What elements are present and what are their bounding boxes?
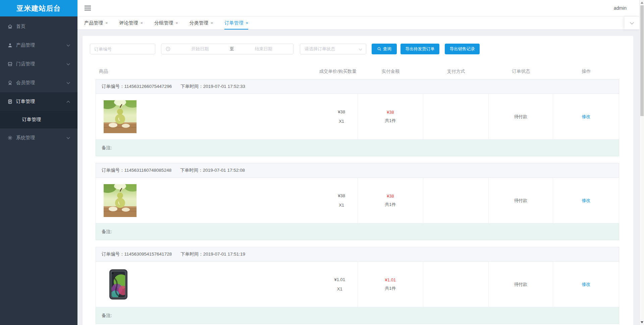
tab-label: 分组管理	[154, 20, 173, 26]
filter-row: 开始日期 至 结束日期 请选择订单状态 查询 导出待发货订单 导出销售记录	[83, 36, 633, 54]
tab-comments[interactable]: 评论管理 ×	[119, 16, 143, 30]
close-icon[interactable]: ×	[175, 20, 178, 25]
paid-amount: ¥38	[387, 194, 394, 199]
unit-price-quantity: ¥1.01 X1	[334, 277, 345, 291]
header-product: 商品	[96, 68, 108, 74]
sidebar-item-stores[interactable]: 门店管理	[0, 55, 77, 73]
order-block: 订单编号：1145631160748085248 下单时间：2019-07-01…	[96, 163, 619, 240]
quantity: X1	[339, 119, 344, 124]
close-icon[interactable]: ×	[141, 20, 143, 25]
sidebar-item-label: 首页	[16, 23, 25, 30]
total-items: 共1件	[385, 285, 396, 291]
order-status-cell: 待付款	[489, 94, 553, 139]
export-pending-orders-button[interactable]: 导出待发货订单	[400, 44, 439, 54]
action-cell: 修改	[553, 262, 619, 307]
close-icon[interactable]: ×	[105, 20, 108, 25]
search-icon	[377, 47, 381, 51]
chevron-down-icon	[359, 47, 362, 51]
order-time: 下单时间：2019-07-01 17:52:33	[180, 84, 245, 90]
payment-method-cell	[423, 94, 489, 139]
order-time: 下单时间：2019-07-01 17:52:08	[180, 167, 245, 173]
tab-overflow-button[interactable]	[625, 16, 639, 30]
home-icon	[7, 24, 13, 29]
user-icon	[7, 43, 13, 48]
sidebar-item-label: 产品管理	[16, 42, 35, 48]
quantity: X1	[337, 286, 342, 291]
header-unit-price: 成交单价/购买数量	[319, 68, 358, 74]
status-badge: 待付款	[514, 114, 527, 120]
clock-icon	[166, 47, 170, 51]
order-remark-row: 备注:	[96, 223, 619, 240]
tab-orders[interactable]: 订单管理 ×	[224, 16, 248, 30]
tab-label: 分类管理	[190, 20, 208, 26]
sidebar-subitem-label: 订单管理	[22, 117, 41, 123]
tab-groups[interactable]: 分组管理 ×	[154, 16, 178, 30]
date-separator: 至	[230, 46, 234, 52]
order-status-select[interactable]: 请选择订单状态	[300, 44, 366, 54]
order-number: 订单编号：1145630954157641728	[102, 251, 172, 257]
paid-amount-cell: ¥38 共1件	[358, 94, 423, 139]
order-status-cell: 待付款	[489, 178, 553, 223]
sidebar-item-orders[interactable]: 订单管理	[0, 92, 77, 111]
unit-price-quantity: ¥38 X1	[338, 193, 345, 208]
order-product-row: ¥1.01 X1 ¥1.01 共1件 待付款 修改	[96, 262, 619, 307]
tab-products[interactable]: 产品管理 ×	[84, 16, 108, 30]
sidebar: 亚米建站后台 首页 产品管理 门店管理 会员管理	[0, 0, 77, 325]
end-date-placeholder[interactable]: 结束日期	[234, 46, 293, 52]
close-icon[interactable]: ×	[211, 20, 213, 25]
sidebar-item-label: 订单管理	[16, 99, 35, 105]
scroll-down-arrow-icon[interactable]	[641, 321, 643, 323]
order-product-row: ¥38 X1 ¥38 共1件 待付款 修改	[96, 178, 619, 223]
unit-price-quantity: ¥38 X1	[338, 109, 345, 124]
paid-amount: ¥38	[387, 110, 394, 115]
order-status-cell: 待付款	[489, 262, 553, 307]
select-placeholder: 请选择订单状态	[305, 46, 335, 52]
paid-amount-cell: ¥1.01 共1件	[358, 262, 423, 307]
chevron-down-icon	[67, 43, 70, 47]
close-icon[interactable]: ×	[246, 20, 248, 25]
order-icon	[7, 99, 13, 104]
tab-label: 评论管理	[119, 20, 138, 26]
sidebar-item-members[interactable]: 会员管理	[0, 73, 77, 92]
chevron-down-icon	[67, 62, 70, 65]
tabbar: 产品管理 × 评论管理 × 分组管理 × 分类管理 × 订单管理 ×	[77, 16, 639, 30]
product-image-pear	[104, 184, 137, 217]
chevron-down-icon	[67, 136, 70, 139]
total-items: 共1件	[385, 202, 396, 208]
status-badge: 待付款	[514, 281, 527, 287]
unit-price: ¥38	[338, 193, 345, 198]
order-remark-row: 备注:	[96, 140, 619, 156]
hamburger-menu-icon[interactable]	[85, 6, 91, 11]
order-header-row: 订单编号：1145630954157641728 下单时间：2019-07-01…	[96, 247, 619, 262]
sidebar-item-label: 门店管理	[16, 61, 35, 67]
chevron-down-icon	[630, 20, 634, 24]
user-menu[interactable]: admin	[614, 0, 627, 16]
sidebar-item-label: 系统管理	[16, 135, 35, 141]
tab-label: 订单管理	[224, 20, 243, 26]
scrollbar-thumb[interactable]	[640, 5, 644, 116]
export-sales-records-button[interactable]: 导出销售记录	[445, 44, 480, 54]
sidebar-item-products[interactable]: 产品管理	[0, 36, 77, 55]
start-date-placeholder[interactable]: 开始日期	[170, 46, 230, 52]
order-product-row: ¥38 X1 ¥38 共1件 待付款 修改	[96, 94, 619, 140]
edit-order-link[interactable]: 修改	[582, 114, 590, 120]
scroll-up-arrow-icon[interactable]	[641, 2, 643, 4]
action-cell: 修改	[553, 94, 619, 139]
tab-categories[interactable]: 分类管理 ×	[190, 16, 213, 30]
sidebar-menu: 首页 产品管理 门店管理 会员管理	[0, 16, 77, 147]
order-number: 订单编号：1145631266075447296	[102, 84, 172, 90]
search-button[interactable]: 查询	[372, 44, 397, 54]
header-order-status: 订单状态	[489, 68, 553, 74]
unit-price: ¥38	[338, 109, 345, 114]
table-header-row: 商品 成交单价/购买数量 实付金额 支付方式 订单状态 操作	[96, 64, 619, 79]
sidebar-item-home[interactable]: 首页	[0, 17, 77, 36]
edit-order-link[interactable]: 修改	[582, 281, 590, 287]
status-badge: 待付款	[514, 198, 527, 204]
order-number-input[interactable]	[90, 44, 155, 54]
sidebar-item-system[interactable]: 系统管理	[0, 128, 77, 147]
edit-order-link[interactable]: 修改	[582, 198, 590, 204]
date-range-input[interactable]: 开始日期 至 结束日期	[161, 44, 293, 54]
order-block: 订单编号：1145630954157641728 下单时间：2019-07-01…	[96, 247, 619, 324]
sidebar-subitem-orders[interactable]: 订单管理	[0, 111, 77, 128]
vertical-scrollbar[interactable]	[639, 0, 644, 325]
